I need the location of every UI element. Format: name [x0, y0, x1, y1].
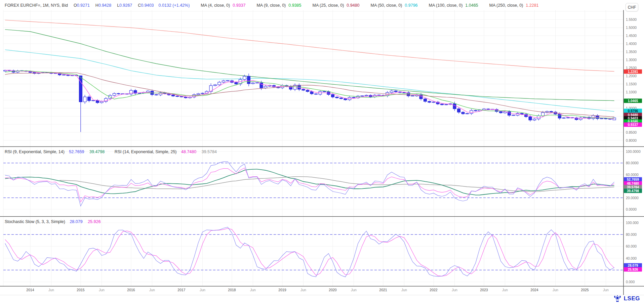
time-axis-year: 2014 — [26, 288, 34, 292]
stoch-k-value: 28.079 — [70, 219, 82, 224]
ma-legend-label: MA (50, close, 0) — [371, 3, 402, 8]
time-axis-year: 2019 — [278, 288, 286, 292]
time-axis-year: 2018 — [228, 288, 236, 292]
time-axis-year: 2015 — [77, 288, 84, 292]
ma-legend-item: MA (100, close, 0)1.0465 — [428, 3, 478, 8]
rsi9-ma-value: 39.4798 — [89, 149, 105, 154]
ma-legend-value: 0.9337 — [233, 3, 245, 8]
rsi9-label: RSI (9, Exponential, Simple, 14) — [5, 149, 65, 154]
rsi-axis-label: 20.0000 — [626, 196, 639, 200]
price-axis-label: 1.3500 — [626, 50, 637, 54]
ohlc-close: C0.9403 — [137, 3, 154, 8]
ma-legend-item: MA (9, close, 0)0.9385 — [255, 3, 301, 8]
ma-legend-value: 0.9480 — [347, 3, 359, 8]
ma-legend-value: 1.0465 — [465, 3, 478, 8]
ohlc-low: L0.9267 — [116, 3, 132, 8]
price-axis-label: 0.8000 — [626, 138, 637, 142]
price-axis-label: 1.4500 — [626, 34, 637, 38]
price-axis-label: 1.1000 — [626, 90, 637, 94]
ma-legend-label: MA (9, close, 0) — [256, 3, 286, 8]
ma-legend-value: 0.9796 — [405, 3, 417, 8]
time-axis-jun: Jun — [99, 288, 105, 292]
time-axis-year: 2023 — [480, 288, 488, 292]
ma-legend-value: 1.2281 — [526, 3, 538, 8]
time-axis-jun: Jun — [553, 288, 558, 292]
chart-window: FOREX EURCHF=, 1M, NYS, Bid O0.9271 H0.9… — [0, 0, 644, 304]
price-axis-label: 1.2000 — [626, 74, 637, 78]
ma-legend-label: MA (4, close, 0) — [201, 3, 230, 8]
net-change: 0.0132 (+1.42%) — [159, 3, 190, 8]
ma-legend-item: MA (250, close, 0)1.2281 — [488, 3, 539, 8]
rsi-axis-label: 60.0000 — [626, 173, 639, 177]
ma-legend-label: MA (250, close, 0) — [489, 3, 523, 8]
time-axis-jun: Jun — [48, 288, 54, 292]
price-axis-label: 1.5000 — [626, 26, 637, 30]
time-axis-year: 2025 — [581, 288, 589, 292]
ma-legend-label: MA (25, close, 0) — [313, 3, 344, 8]
ma-legend-label: MA (100, close, 0) — [429, 3, 463, 8]
rsi14-label: RSI (14, Exponential, Simple, 25) — [115, 149, 177, 154]
ma-legend-value: 0.9385 — [288, 3, 301, 8]
stoch-axis-label: 100.000 — [626, 221, 639, 225]
stoch-axis-label: 0.000 — [626, 280, 635, 284]
price-badge: 1.2281 — [624, 70, 642, 74]
ohlc-open: O0.9271 — [73, 3, 90, 8]
time-axis-year: 2021 — [379, 288, 387, 292]
price-axis-label: 1.4000 — [626, 42, 637, 46]
time-axis-year: 2024 — [530, 288, 538, 292]
ma-legend-item: MA (4, close, 0)0.9337 — [200, 3, 245, 8]
price-badge: 0.9337 — [624, 123, 642, 127]
stoch-label: Stochastic Slow (5, 3, 3, Simple) — [5, 219, 65, 224]
rsi-axis-label: 100.0000 — [626, 149, 641, 154]
lseg-logo-text: LSEG — [624, 295, 640, 302]
price-axis-label: 1.1500 — [626, 82, 637, 86]
price-axis-label: 1.3000 — [626, 58, 637, 62]
time-axis-jun: Jun — [200, 288, 205, 292]
ohlc-high: H0.9428 — [94, 3, 111, 8]
stoch-panel-title: Stochastic Slow (5, 3, 3, Simple) 28.079… — [5, 219, 105, 224]
time-axis-jun: Jun — [250, 288, 256, 292]
stoch-axis-label: 40.000 — [626, 256, 637, 260]
price-badge: 1.0465 — [624, 99, 642, 103]
chart-header: FOREX EURCHF=, 1M, NYS, Bid O0.9271 H0.9… — [5, 2, 539, 8]
lseg-crest-icon — [613, 295, 622, 302]
time-axis-year: 2022 — [430, 288, 437, 292]
rsi-badge: 39.4798 — [624, 189, 642, 193]
time-axis-jun: Jun — [351, 288, 357, 292]
stoch-axis-label: 60.000 — [626, 244, 637, 248]
rsi14-value: 48.7480 — [181, 149, 196, 154]
ma-legend: MA (4, close, 0)0.9337MA (9, close, 0)0.… — [190, 3, 538, 8]
time-axis-year: 2020 — [329, 288, 336, 292]
stoch-d-value: 25.926 — [88, 219, 100, 224]
time-axis-jun: Jun — [401, 288, 407, 292]
time-axis-year: 2016 — [127, 288, 135, 292]
rsi-panel-title: RSI (9, Exponential, Simple, 14) 52.7659… — [5, 149, 221, 154]
time-axis-jun: Jun — [502, 288, 508, 292]
time-axis-jun: Jun — [603, 288, 609, 292]
rsi14-ma-value: 39.5784 — [202, 149, 217, 154]
price-axis-label: 0.8500 — [626, 130, 637, 134]
ma-legend-item: MA (50, close, 0)0.9796 — [370, 3, 418, 8]
rsi-axis-label: 0.0000 — [626, 207, 637, 211]
instrument-title: FOREX EURCHF=, 1M, NYS, Bid — [5, 3, 68, 8]
currency-button[interactable]: CHF — [626, 3, 638, 11]
lseg-logo: LSEG — [613, 295, 640, 302]
stoch-axis-label: 80.000 — [626, 232, 637, 236]
time-axis-year: 2017 — [177, 288, 185, 292]
time-axis-jun: Jun — [300, 288, 306, 292]
stoch-badge: 25.926 — [624, 267, 642, 272]
time-axis-jun: Jun — [452, 288, 457, 292]
rsi9-value: 52.7659 — [69, 149, 84, 154]
price-axis-label: 1.5500 — [626, 17, 637, 21]
ma-legend-item: MA (25, close, 0)0.9480 — [312, 3, 360, 8]
time-axis-jun: Jun — [149, 288, 155, 292]
rsi-axis-label: 80.0000 — [626, 161, 639, 165]
